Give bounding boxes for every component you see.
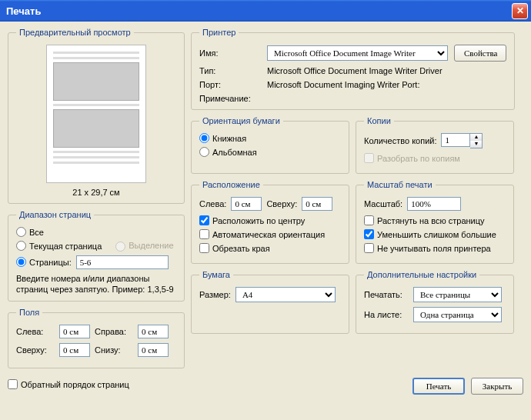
layout-legend: Расположение [199, 180, 263, 189]
shrink-checkbox[interactable] [364, 229, 374, 239]
paper-group: Бумага Размер:A4 [191, 270, 349, 334]
extra-print-label: Печатать: [364, 290, 409, 299]
collate-checkbox [364, 153, 374, 163]
close-button[interactable]: Закрыть [471, 378, 523, 395]
printer-port-value: Microsoft Document Imaging Writer Port: [267, 80, 506, 89]
scale-group: Масштаб печати Масштаб: Растянуть на всю… [356, 180, 514, 264]
margin-right-input[interactable] [138, 325, 169, 338]
range-current-radio[interactable] [16, 241, 26, 251]
scale-legend: Масштаб печати [364, 180, 436, 189]
paper-size-label: Размер: [199, 290, 231, 299]
shrink-label: Уменьшить слишком большие [377, 230, 496, 239]
printer-name-select[interactable]: Microsoft Office Document Image Writer [267, 45, 448, 61]
center-label: Расположить по центру [212, 216, 305, 225]
orientation-landscape-label: Альбомная [212, 148, 257, 157]
orientation-portrait-label: Книжная [212, 134, 246, 143]
range-pages-radio[interactable] [16, 257, 26, 267]
printer-type-value: Microsoft Office Document Image Writer D… [267, 66, 506, 75]
margin-top-input[interactable] [59, 343, 90, 357]
margins-group: Поля Слева: Справа: Сверху: Снизу: [8, 308, 185, 368]
scale-label: Масштаб: [364, 199, 402, 208]
printer-name-label: Имя: [199, 48, 261, 58]
layout-top-input[interactable] [302, 197, 332, 211]
extra-print-select[interactable]: Все страницы [413, 287, 502, 302]
center-checkbox[interactable] [199, 215, 209, 225]
margins-legend: Поля [16, 308, 42, 317]
crop-checkbox[interactable] [199, 243, 209, 253]
ignore-margins-label: Не учитывать поля принтера [377, 244, 491, 253]
paper-size-select[interactable]: A4 [235, 287, 336, 302]
printer-type-label: Тип: [199, 66, 261, 75]
copies-group: Копии Количество копий: ▲▼ Разобрать по … [356, 116, 514, 174]
range-selection-label: Выделение [129, 241, 173, 250]
scale-input[interactable] [407, 197, 461, 211]
orientation-portrait-radio[interactable] [199, 133, 209, 143]
preview-group: Предварительный просмотр 21 x 29,7 см [8, 28, 185, 204]
print-button[interactable]: Печать [412, 378, 465, 395]
range-legend: Диапазон страниц [16, 210, 94, 219]
extra-group: Дополнительные настройки Печатать:Все ст… [356, 270, 514, 334]
printer-note-label: Примечание: [199, 94, 261, 103]
margin-top-label: Сверху: [16, 345, 55, 355]
range-pages-label: Страницы: [29, 258, 72, 267]
spin-up-icon[interactable]: ▲ [470, 134, 482, 141]
copies-count-label: Количество копий: [364, 136, 436, 145]
printer-port-label: Порт: [199, 80, 261, 89]
titlebar: Печать ✕ [0, 0, 531, 22]
range-all-label: Все [29, 228, 44, 237]
stretch-checkbox[interactable] [364, 215, 374, 225]
margin-left-input[interactable] [59, 325, 90, 338]
auto-orient-label: Автоматическая ориентация [212, 230, 325, 239]
margin-bottom-label: Снизу: [95, 345, 133, 355]
preview-thumbnail [46, 45, 146, 183]
layout-group: Расположение Слева: Сверху: Расположить … [191, 180, 349, 264]
spin-down-icon[interactable]: ▼ [470, 141, 482, 148]
close-icon[interactable]: ✕ [512, 3, 528, 19]
collate-label: Разобрать по копиям [377, 154, 460, 163]
reverse-order-label: Обратный порядок страниц [21, 380, 129, 389]
range-pages-input[interactable] [76, 255, 169, 269]
layout-left-label: Слева: [199, 199, 226, 208]
printer-legend: Принтер [199, 28, 239, 37]
properties-button[interactable]: Свойства [454, 45, 506, 62]
extra-sheet-label: На листе: [364, 310, 409, 319]
preview-dimensions: 21 x 29,7 см [16, 188, 176, 197]
window-title: Печать [6, 5, 41, 17]
orientation-landscape-radio[interactable] [199, 147, 209, 157]
range-current-label: Текущая страница [29, 242, 102, 251]
range-selection-radio [115, 242, 125, 252]
orientation-legend: Ориентация бумаги [199, 116, 283, 125]
margin-bottom-input[interactable] [138, 343, 169, 357]
reverse-order-checkbox[interactable] [8, 379, 18, 389]
crop-label: Обрезать края [212, 244, 270, 253]
extra-legend: Дополнительные настройки [364, 270, 479, 279]
range-all-radio[interactable] [16, 227, 26, 237]
layout-left-input[interactable] [231, 197, 262, 211]
margin-left-label: Слева: [16, 327, 55, 336]
preview-legend: Предварительный просмотр [16, 28, 134, 37]
range-hint: Введите номера и/или диапазоны страниц ч… [16, 273, 176, 295]
margin-right-label: Справа: [95, 327, 133, 336]
ignore-margins-checkbox[interactable] [364, 243, 374, 253]
printer-group: Принтер Имя: Microsoft Office Document I… [191, 28, 515, 110]
stretch-label: Растянуть на всю страницу [377, 216, 485, 225]
auto-orient-checkbox[interactable] [199, 229, 209, 239]
orientation-group: Ориентация бумаги Книжная Альбомная [191, 116, 349, 174]
copies-count-input[interactable] [441, 133, 470, 147]
paper-legend: Бумага [199, 270, 233, 279]
extra-sheet-select[interactable]: Одна страница [413, 307, 502, 322]
copies-legend: Копии [364, 116, 394, 125]
range-group: Диапазон страниц Все Текущая страница Вы… [8, 210, 185, 302]
layout-top-label: Сверху: [266, 199, 297, 208]
